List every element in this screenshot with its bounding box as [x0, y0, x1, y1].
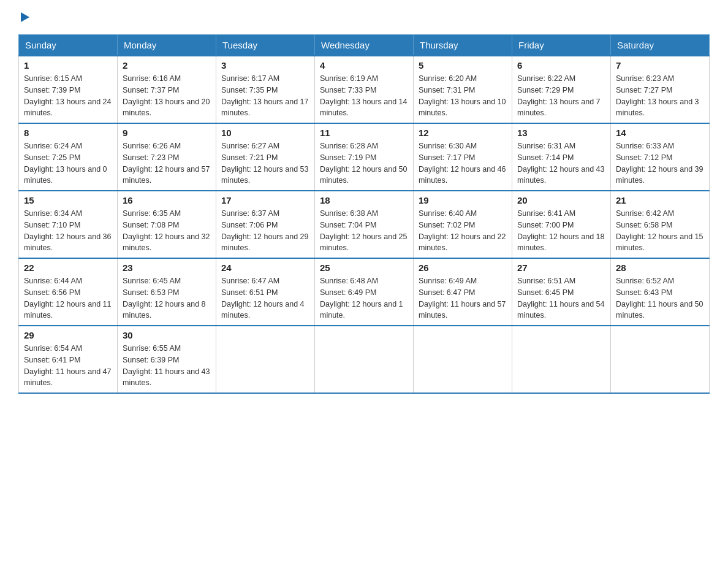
day-info: Sunrise: 6:28 AMSunset: 7:19 PMDaylight:… [320, 140, 408, 186]
calendar-week-row: 1Sunrise: 6:15 AMSunset: 7:39 PMDaylight… [19, 56, 710, 123]
day-info: Sunrise: 6:30 AMSunset: 7:17 PMDaylight:… [419, 140, 507, 186]
calendar-cell: 24Sunrise: 6:47 AMSunset: 6:51 PMDayligh… [216, 258, 315, 326]
calendar-cell: 25Sunrise: 6:48 AMSunset: 6:49 PMDayligh… [315, 258, 414, 326]
calendar-cell: 28Sunrise: 6:52 AMSunset: 6:43 PMDayligh… [611, 258, 710, 326]
day-number: 13 [517, 128, 605, 138]
day-info: Sunrise: 6:35 AMSunset: 7:08 PMDaylight:… [123, 208, 211, 254]
day-number: 23 [123, 262, 211, 273]
calendar-cell: 20Sunrise: 6:41 AMSunset: 7:00 PMDayligh… [512, 191, 611, 258]
day-number: 7 [616, 60, 704, 71]
day-number: 8 [24, 128, 112, 138]
calendar-week-row: 22Sunrise: 6:44 AMSunset: 6:56 PMDayligh… [19, 258, 710, 326]
calendar-cell: 6Sunrise: 6:22 AMSunset: 7:29 PMDaylight… [512, 56, 611, 123]
header-monday: Monday [118, 35, 216, 56]
calendar-cell: 22Sunrise: 6:44 AMSunset: 6:56 PMDayligh… [19, 258, 118, 326]
calendar-cell: 13Sunrise: 6:31 AMSunset: 7:14 PMDayligh… [512, 123, 611, 191]
day-info: Sunrise: 6:34 AMSunset: 7:10 PMDaylight:… [24, 208, 112, 254]
day-info: Sunrise: 6:20 AMSunset: 7:31 PMDaylight:… [419, 73, 507, 119]
calendar-cell [414, 326, 512, 393]
header-wednesday: Wednesday [315, 35, 414, 56]
calendar-week-row: 29Sunrise: 6:54 AMSunset: 6:41 PMDayligh… [19, 326, 710, 393]
calendar-cell: 18Sunrise: 6:38 AMSunset: 7:04 PMDayligh… [315, 191, 414, 258]
calendar-cell: 10Sunrise: 6:27 AMSunset: 7:21 PMDayligh… [216, 123, 315, 191]
day-number: 28 [616, 262, 704, 273]
calendar-cell [315, 326, 414, 393]
calendar-cell [216, 326, 315, 393]
day-number: 15 [24, 195, 112, 205]
calendar-cell: 16Sunrise: 6:35 AMSunset: 7:08 PMDayligh… [118, 191, 216, 258]
day-info: Sunrise: 6:49 AMSunset: 6:47 PMDaylight:… [419, 275, 507, 321]
day-number: 11 [320, 128, 408, 138]
day-info: Sunrise: 6:17 AMSunset: 7:35 PMDaylight:… [221, 73, 309, 119]
day-number: 5 [419, 60, 507, 71]
day-number: 4 [320, 60, 408, 71]
day-info: Sunrise: 6:27 AMSunset: 7:21 PMDaylight:… [221, 140, 309, 186]
day-number: 29 [24, 330, 112, 340]
day-number: 1 [24, 60, 112, 71]
calendar-cell: 15Sunrise: 6:34 AMSunset: 7:10 PMDayligh… [19, 191, 118, 258]
logo [18, 12, 29, 22]
day-info: Sunrise: 6:45 AMSunset: 6:53 PMDaylight:… [123, 275, 211, 321]
calendar-cell: 2Sunrise: 6:16 AMSunset: 7:37 PMDaylight… [118, 56, 216, 123]
day-info: Sunrise: 6:24 AMSunset: 7:25 PMDaylight:… [24, 140, 112, 186]
calendar-cell: 4Sunrise: 6:19 AMSunset: 7:33 PMDaylight… [315, 56, 414, 123]
day-info: Sunrise: 6:42 AMSunset: 6:58 PMDaylight:… [616, 208, 704, 254]
calendar-cell: 7Sunrise: 6:23 AMSunset: 7:27 PMDaylight… [611, 56, 710, 123]
day-number: 21 [616, 195, 704, 205]
calendar-cell: 9Sunrise: 6:26 AMSunset: 7:23 PMDaylight… [118, 123, 216, 191]
header-tuesday: Tuesday [216, 35, 315, 56]
day-info: Sunrise: 6:41 AMSunset: 7:00 PMDaylight:… [517, 208, 605, 254]
day-info: Sunrise: 6:15 AMSunset: 7:39 PMDaylight:… [24, 73, 112, 119]
calendar-cell: 5Sunrise: 6:20 AMSunset: 7:31 PMDaylight… [414, 56, 512, 123]
calendar-cell: 21Sunrise: 6:42 AMSunset: 6:58 PMDayligh… [611, 191, 710, 258]
calendar-cell: 1Sunrise: 6:15 AMSunset: 7:39 PMDaylight… [19, 56, 118, 123]
day-number: 24 [221, 262, 309, 273]
header-thursday: Thursday [414, 35, 512, 56]
calendar-week-row: 8Sunrise: 6:24 AMSunset: 7:25 PMDaylight… [19, 123, 710, 191]
day-number: 12 [419, 128, 507, 138]
logo-arrow-icon [21, 12, 29, 22]
calendar-cell: 26Sunrise: 6:49 AMSunset: 6:47 PMDayligh… [414, 258, 512, 326]
calendar-week-row: 15Sunrise: 6:34 AMSunset: 7:10 PMDayligh… [19, 191, 710, 258]
day-info: Sunrise: 6:52 AMSunset: 6:43 PMDaylight:… [616, 275, 704, 321]
day-number: 17 [221, 195, 309, 205]
day-number: 9 [123, 128, 211, 138]
calendar-cell: 8Sunrise: 6:24 AMSunset: 7:25 PMDaylight… [19, 123, 118, 191]
day-info: Sunrise: 6:47 AMSunset: 6:51 PMDaylight:… [221, 275, 309, 321]
day-info: Sunrise: 6:19 AMSunset: 7:33 PMDaylight:… [320, 73, 408, 119]
calendar-cell: 19Sunrise: 6:40 AMSunset: 7:02 PMDayligh… [414, 191, 512, 258]
day-number: 19 [419, 195, 507, 205]
calendar-cell [512, 326, 611, 393]
calendar-cell: 23Sunrise: 6:45 AMSunset: 6:53 PMDayligh… [118, 258, 216, 326]
day-info: Sunrise: 6:55 AMSunset: 6:39 PMDaylight:… [123, 343, 211, 389]
calendar-cell: 30Sunrise: 6:55 AMSunset: 6:39 PMDayligh… [118, 326, 216, 393]
day-number: 26 [419, 262, 507, 273]
day-number: 22 [24, 262, 112, 273]
day-number: 3 [221, 60, 309, 71]
calendar-cell: 14Sunrise: 6:33 AMSunset: 7:12 PMDayligh… [611, 123, 710, 191]
header-friday: Friday [512, 35, 611, 56]
header-saturday: Saturday [611, 35, 710, 56]
calendar-cell: 12Sunrise: 6:30 AMSunset: 7:17 PMDayligh… [414, 123, 512, 191]
day-number: 16 [123, 195, 211, 205]
day-info: Sunrise: 6:33 AMSunset: 7:12 PMDaylight:… [616, 140, 704, 186]
logo-blue [18, 12, 29, 22]
day-info: Sunrise: 6:37 AMSunset: 7:06 PMDaylight:… [221, 208, 309, 254]
day-number: 30 [123, 330, 211, 340]
calendar-cell: 11Sunrise: 6:28 AMSunset: 7:19 PMDayligh… [315, 123, 414, 191]
day-info: Sunrise: 6:40 AMSunset: 7:02 PMDaylight:… [419, 208, 507, 254]
day-info: Sunrise: 6:26 AMSunset: 7:23 PMDaylight:… [123, 140, 211, 186]
day-number: 2 [123, 60, 211, 71]
day-number: 10 [221, 128, 309, 138]
day-info: Sunrise: 6:54 AMSunset: 6:41 PMDaylight:… [24, 343, 112, 389]
calendar-table: SundayMondayTuesdayWednesdayThursdayFrid… [18, 34, 710, 394]
day-info: Sunrise: 6:48 AMSunset: 6:49 PMDaylight:… [320, 275, 408, 321]
calendar-cell [611, 326, 710, 393]
day-info: Sunrise: 6:44 AMSunset: 6:56 PMDaylight:… [24, 275, 112, 321]
day-number: 25 [320, 262, 408, 273]
day-info: Sunrise: 6:38 AMSunset: 7:04 PMDaylight:… [320, 208, 408, 254]
day-number: 18 [320, 195, 408, 205]
day-info: Sunrise: 6:16 AMSunset: 7:37 PMDaylight:… [123, 73, 211, 119]
day-info: Sunrise: 6:22 AMSunset: 7:29 PMDaylight:… [517, 73, 605, 119]
day-number: 14 [616, 128, 704, 138]
